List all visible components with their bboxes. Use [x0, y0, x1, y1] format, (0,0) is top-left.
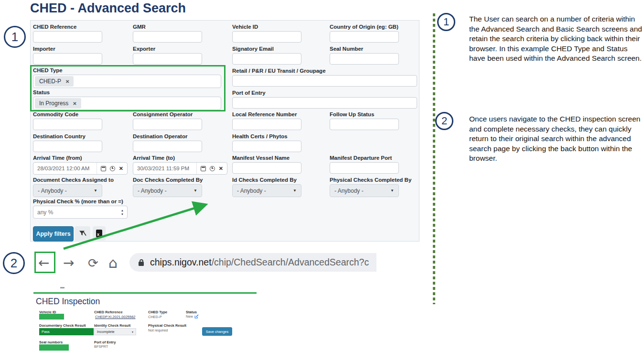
clear-date-icon[interactable]: ✕ [119, 166, 123, 171]
stepper-arrows: ▲ ▼ [118, 209, 127, 216]
manifest-departure-port-input[interactable] [330, 162, 399, 174]
retail-transit-input[interactable] [232, 75, 417, 87]
marker-1-number: 1 [443, 16, 449, 28]
physical-checks-completed-select[interactable]: - Anybody - ▼ [330, 184, 399, 197]
arrival-time-from-input[interactable]: 28/03/2021 12:00 AM ✕ [33, 162, 128, 175]
field-gmr: GMR [133, 24, 202, 43]
browser-address-bar[interactable]: chips.nigov.net/chip/ChedSearch/Advanced… [129, 253, 376, 272]
arrival-time-to-label: Arrival Time (to) [133, 155, 227, 161]
doc-checks-assigned-label: Document Checks Assigned to [33, 177, 114, 183]
marker-2-number: 2 [11, 256, 17, 271]
field-consignment-operator: Consignment Operator [133, 111, 202, 130]
signatory-email-input[interactable] [232, 53, 301, 65]
manifest-vessel-name-input[interactable] [232, 162, 301, 174]
ched-type-input[interactable]: CHED-P ✕ [33, 75, 221, 88]
arrival-time-to-value[interactable]: 30/03/2021 11:59 PM [133, 165, 196, 171]
consignment-operator-input[interactable] [133, 119, 202, 130]
dash-artifact [60, 287, 64, 288]
stepper-up-icon[interactable]: ▲ [121, 209, 124, 212]
health-certs-label: Health Certs / Phytos [232, 133, 301, 139]
browser-forward-button[interactable]: → [63, 253, 74, 273]
save-changes-button[interactable]: Save changes [202, 327, 232, 336]
health-certs-input[interactable] [232, 141, 301, 152]
marker-1-right: 1 [437, 13, 455, 31]
physical-check-pct-input[interactable] [33, 209, 118, 216]
physical-check-pct-label: Physical Check % (more than or =) [33, 199, 128, 204]
gmr-input[interactable] [133, 31, 202, 43]
excel-letter: x [96, 232, 99, 237]
apply-filters-button[interactable]: Apply filters [33, 226, 74, 242]
advanced-search-panel: CHED Reference GMR Vehicle ID Country of… [30, 20, 419, 242]
seal-number-input[interactable] [330, 53, 399, 65]
seal-number-label: Seal Number [330, 46, 399, 52]
physical-checks-completed-label: Physical Checks Completed By [330, 177, 411, 183]
browser-reload-button[interactable]: ⟳ [88, 253, 98, 273]
marker-1-number: 1 [11, 30, 18, 44]
field-retail-transit: Retail / P&R / EU Transit / Groupage [232, 68, 417, 87]
calendar-icon[interactable] [101, 166, 106, 171]
exporter-label: Exporter [133, 46, 202, 52]
status-tag-remove-icon[interactable]: ✕ [73, 101, 76, 106]
id-checks-completed-select[interactable]: - Anybody - ▼ [232, 184, 301, 197]
field-physical-checks-completed: Physical Checks Completed By - Anybody -… [330, 177, 411, 197]
destination-operator-input[interactable] [133, 141, 202, 152]
clock-icon[interactable] [210, 166, 215, 171]
calendar-icon[interactable] [201, 166, 206, 171]
ched-type-tag-remove-icon[interactable]: ✕ [65, 79, 69, 84]
inspection-status-value: New [186, 314, 193, 319]
inspection-status-label: Status [186, 310, 197, 314]
exporter-input[interactable] [133, 53, 202, 65]
vehicle-id-input[interactable] [232, 31, 301, 43]
port-of-entry-label: Port of Entry [232, 90, 417, 96]
note-2: Once users navigate to the CHED inspecti… [469, 114, 644, 164]
ched-reference-label: CHED Reference [33, 24, 102, 30]
physical-check-pct-stepper: ▲ ▼ [33, 206, 128, 219]
field-manifest-vessel-name: Manifest Vessel Name [232, 155, 301, 174]
arrival-time-from-controls: ✕ [97, 163, 127, 174]
lock-icon [139, 262, 144, 266]
field-doc-checks-completed: Doc Checks Completed By - Anybody - ▼ [133, 177, 203, 197]
field-port-of-entry: Port of Entry [232, 90, 417, 109]
identity-check-select[interactable]: Incomplete ▼ [94, 328, 136, 335]
country-of-origin-input[interactable] [330, 31, 399, 43]
edit-status-icon[interactable] [194, 314, 199, 319]
inspection-ched-reference-label: CHED Reference [94, 310, 123, 314]
clear-filters-button[interactable] [75, 226, 90, 241]
destination-country-input[interactable] [33, 141, 102, 152]
browser-home-button[interactable]: ⌂ [108, 253, 118, 273]
marker-1-left: 1 [4, 26, 26, 48]
arrival-time-from-label: Arrival Time (from) [33, 155, 128, 161]
importer-input[interactable] [33, 53, 102, 65]
stepper-down-icon[interactable]: ▼ [121, 213, 124, 216]
clock-icon[interactable] [110, 166, 115, 171]
clear-date-icon[interactable]: ✕ [219, 166, 223, 171]
seal-numbers-label: Seal numbers [39, 340, 63, 344]
export-excel-button[interactable]: x [93, 226, 106, 241]
ched-reference-input[interactable] [33, 31, 102, 43]
chevron-down-icon: ▼ [94, 189, 97, 193]
retail-transit-label: Retail / P&R / EU Transit / Groupage [232, 68, 417, 74]
status-input[interactable]: In Progress ✕ [33, 97, 221, 110]
status-tag-label: In Progress [39, 100, 68, 107]
chevron-down-icon: ▼ [390, 189, 394, 193]
port-of-entry-input[interactable] [232, 97, 417, 109]
inspection-port-of-entry-label: Port of Entry [94, 340, 116, 344]
arrival-time-to-input[interactable]: 30/03/2021 11:59 PM ✕ [133, 162, 227, 175]
manifest-vessel-name-label: Manifest Vessel Name [232, 155, 301, 161]
documentary-check-select[interactable]: Pass ▼ [39, 328, 100, 335]
ched-reference-link[interactable]: CHEDP.XI.2021.0025562 [95, 315, 136, 319]
inspection-port-of-entry-value: BFSPRT [94, 344, 108, 349]
doc-checks-completed-select[interactable]: - Anybody - ▼ [133, 184, 202, 197]
field-ched-type: CHED Type CHED-P ✕ [33, 67, 221, 88]
arrival-time-from-value[interactable]: 28/03/2021 12:00 AM [33, 165, 97, 171]
local-reference-number-input[interactable] [232, 119, 301, 130]
url-domain: chips.nigov.net [150, 257, 212, 267]
browser-back-button[interactable]: ← [38, 253, 49, 273]
commodity-code-input[interactable] [33, 119, 102, 130]
status-label: Status [33, 89, 221, 95]
follow-up-status-input[interactable] [330, 119, 399, 130]
inspection-ched-type-label: CHED Type [148, 310, 167, 314]
chevron-down-icon: ▼ [129, 329, 136, 335]
documentary-check-value: Pass [39, 330, 94, 334]
doc-checks-assigned-select[interactable]: - Anybody - ▼ [33, 184, 102, 197]
